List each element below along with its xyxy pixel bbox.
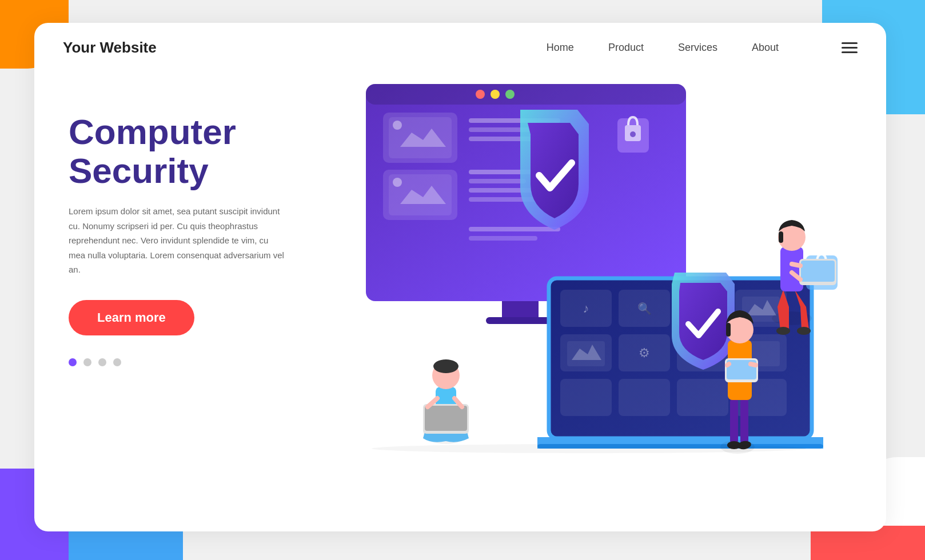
svg-rect-69 bbox=[730, 398, 738, 444]
svg-rect-19 bbox=[469, 236, 537, 241]
learn-more-button[interactable]: Learn more bbox=[69, 300, 194, 335]
hamburger-menu[interactable] bbox=[842, 42, 858, 53]
nav-home[interactable]: Home bbox=[547, 42, 574, 54]
svg-line-78 bbox=[727, 364, 729, 365]
svg-rect-65 bbox=[801, 261, 835, 282]
hero-left-content: Computer Security Lorem ipsum dolor sit … bbox=[69, 90, 320, 366]
svg-point-59 bbox=[776, 327, 790, 335]
nav-product[interactable]: Product bbox=[608, 42, 644, 54]
svg-point-53 bbox=[433, 359, 458, 373]
svg-point-4 bbox=[505, 90, 515, 99]
nav-services[interactable]: Services bbox=[678, 42, 717, 54]
hero-illustration: ♪ 🔍 ⚙ ⚙ bbox=[332, 90, 852, 530]
hamburger-line-1 bbox=[842, 42, 858, 44]
hero-description: Lorem ipsum dolor sit amet, sea putant s… bbox=[69, 204, 286, 277]
svg-point-3 bbox=[491, 90, 500, 99]
hero-section: Computer Security Lorem ipsum dolor sit … bbox=[34, 73, 886, 530]
navbar: Your Website Home Product Services About bbox=[34, 23, 886, 73]
nav-about[interactable]: About bbox=[752, 42, 779, 54]
hamburger-line-2 bbox=[842, 47, 858, 49]
hero-svg: ♪ 🔍 ⚙ ⚙ bbox=[332, 78, 846, 478]
svg-rect-23 bbox=[502, 301, 539, 318]
svg-point-10 bbox=[393, 178, 402, 187]
dot-2[interactable] bbox=[83, 358, 91, 366]
svg-rect-42 bbox=[619, 379, 670, 416]
svg-rect-24 bbox=[486, 317, 555, 324]
svg-text:⚙: ⚙ bbox=[639, 346, 650, 360]
svg-rect-1 bbox=[366, 84, 686, 105]
svg-rect-43 bbox=[677, 379, 728, 416]
dot-4[interactable] bbox=[113, 358, 121, 366]
svg-point-80 bbox=[372, 444, 806, 453]
hamburger-line-3 bbox=[842, 51, 858, 53]
svg-rect-18 bbox=[469, 227, 560, 231]
svg-rect-63 bbox=[779, 231, 783, 243]
pagination-dots bbox=[69, 358, 320, 366]
svg-line-66 bbox=[792, 264, 800, 266]
hero-title: Computer Security bbox=[69, 113, 320, 190]
svg-rect-41 bbox=[560, 379, 612, 416]
svg-text:🔍: 🔍 bbox=[637, 302, 652, 315]
svg-point-2 bbox=[476, 90, 485, 99]
svg-text:♪: ♪ bbox=[583, 301, 589, 315]
svg-rect-70 bbox=[740, 398, 748, 444]
svg-line-79 bbox=[751, 364, 756, 365]
hero-title-line1: Computer bbox=[69, 112, 236, 151]
svg-rect-55 bbox=[425, 406, 467, 431]
svg-point-7 bbox=[393, 121, 402, 130]
hero-title-line2: Security bbox=[69, 151, 209, 190]
nav-links: Home Product Services About bbox=[547, 42, 858, 54]
svg-rect-15 bbox=[469, 179, 526, 183]
dot-1[interactable] bbox=[69, 358, 77, 366]
svg-point-22 bbox=[630, 131, 636, 137]
brand-logo: Your Website bbox=[63, 39, 157, 57]
svg-rect-75 bbox=[726, 323, 731, 337]
dot-3[interactable] bbox=[98, 358, 106, 366]
svg-point-60 bbox=[797, 327, 811, 335]
main-card: Your Website Home Product Services About… bbox=[34, 23, 886, 531]
